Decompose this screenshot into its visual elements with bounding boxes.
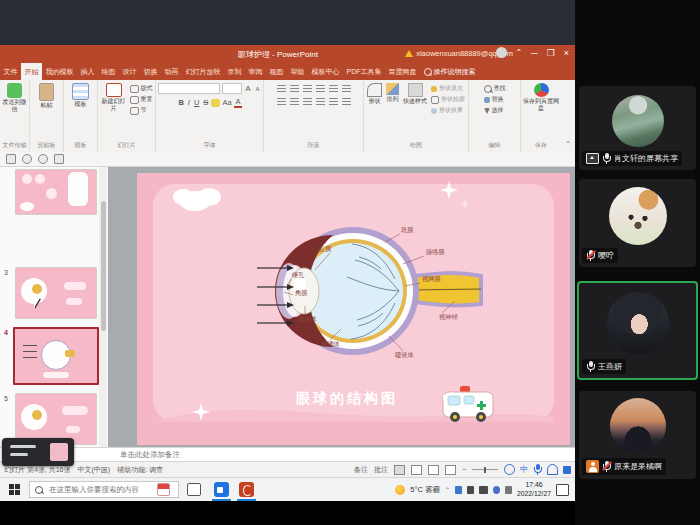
participant-tile-sharer[interactable]: 肖文轩的屏幕共享 [579, 86, 696, 170]
tab-pdf-tools[interactable]: PDF工具集 [343, 63, 385, 80]
bullets-icon[interactable] [277, 85, 286, 93]
reset-button[interactable]: 重置 [130, 95, 153, 104]
grow-font-button[interactable]: A [244, 84, 252, 93]
tab-view[interactable]: 视图 [266, 63, 287, 80]
task-view-button[interactable] [187, 483, 201, 496]
account-avatar[interactable] [496, 47, 507, 58]
text-direction-icon[interactable] [342, 85, 351, 93]
floating-annotation-widget[interactable] [2, 438, 74, 466]
slide-thumbnail-4-selected[interactable] [13, 327, 99, 385]
tray-mic-icon[interactable] [467, 486, 474, 494]
slideshow-view-icon[interactable] [445, 465, 456, 475]
tray-expand-icon[interactable]: ⌃ [445, 486, 450, 493]
line-spacing-icon[interactable] [329, 85, 338, 93]
columns-icon[interactable] [329, 98, 338, 106]
layout-button[interactable]: 版式 [130, 84, 153, 93]
close-button[interactable]: × [564, 48, 569, 58]
case-button[interactable]: Aa [221, 98, 233, 107]
tab-insert[interactable]: 插入 [77, 63, 98, 80]
taskbar-search[interactable] [29, 481, 179, 498]
select-button[interactable]: 选择 [484, 106, 504, 115]
section-button[interactable]: 节 [130, 106, 153, 115]
participant-tile-4[interactable]: 原来是呆橘啊 [579, 391, 696, 479]
indent-decrease-icon[interactable] [303, 85, 312, 93]
tell-me-search[interactable]: 操作说明搜索 [420, 63, 479, 80]
highlight-color-icon[interactable] [211, 99, 220, 107]
slide-sorter-view-icon[interactable] [411, 465, 422, 475]
search-input[interactable] [47, 484, 153, 495]
tray-bluetooth-icon[interactable] [455, 486, 462, 494]
start-button[interactable] [9, 484, 20, 495]
font-name-box[interactable] [158, 83, 220, 94]
taskbar-clock[interactable]: 17:462022/12/27 [517, 481, 551, 498]
meeting-grid-icon[interactable] [563, 466, 571, 474]
notes-toggle[interactable]: 备注 [354, 465, 368, 475]
tab-template-center[interactable]: 模板中心 [308, 63, 343, 80]
align-left-icon[interactable] [277, 98, 286, 106]
font-size-box[interactable] [222, 83, 242, 94]
undo-icon[interactable] [22, 154, 32, 164]
slide-thumbnail-3[interactable] [15, 267, 97, 319]
slide-canvas[interactable]: 虹膜 瞳孔 角膜 晶状体 玻璃体 巩膜 脉络膜 视网膜 [137, 173, 570, 445]
tab-slideshow[interactable]: 幻灯片放映 [182, 63, 224, 80]
tray-network-icon[interactable] [505, 486, 512, 494]
tab-home[interactable]: 开始 [21, 63, 42, 80]
shape-effects-button[interactable]: 形状效果 [431, 106, 465, 115]
underline-button[interactable]: U [192, 98, 200, 107]
numbering-icon[interactable] [290, 85, 299, 93]
notes-pane[interactable]: 单击此处添加备注 [0, 447, 575, 461]
meeting-app-taskbar-icon[interactable] [214, 482, 229, 497]
replace-button[interactable]: 替换 [484, 95, 504, 104]
slide-thumbnail-2[interactable] [15, 169, 97, 215]
powerpoint-taskbar-icon[interactable] [239, 482, 254, 497]
weather-text[interactable]: 5°C 雾霾 [410, 485, 440, 495]
tab-help[interactable]: 帮助 [287, 63, 308, 80]
action-center-icon[interactable] [556, 484, 569, 496]
normal-view-icon[interactable] [394, 465, 405, 475]
shrink-font-button[interactable]: A [254, 86, 261, 92]
zoom-slider[interactable] [472, 469, 498, 470]
find-button[interactable]: 查找 [484, 84, 506, 93]
italic-button[interactable]: I [186, 98, 191, 107]
strikethrough-button[interactable]: S [202, 98, 210, 107]
participant-tile-3-speaking[interactable]: 王燕妍 [577, 281, 698, 380]
new-slide-button[interactable]: 新建幻灯片 [101, 83, 127, 115]
redo-icon[interactable] [38, 154, 48, 164]
language-indicator[interactable]: 中文(中国) [78, 465, 111, 475]
shape-fill-button[interactable]: 形状填充 [431, 84, 465, 93]
tab-file[interactable]: 文件 [0, 63, 21, 80]
tab-review[interactable]: 审阅 [245, 63, 266, 80]
tab-design[interactable]: 设计 [119, 63, 140, 80]
meeting-timer-icon[interactable] [504, 464, 515, 475]
tab-baidu-pan[interactable]: 百度网盘 [385, 63, 420, 80]
maximize-button[interactable]: ❐ [547, 48, 555, 58]
shapes-button[interactable]: 形状 [367, 83, 382, 105]
accessibility-status[interactable]: 辅助功能: 调查 [117, 465, 163, 475]
meeting-member-icon[interactable] [547, 464, 558, 475]
zoom-out-button[interactable]: − [462, 466, 466, 473]
save-to-baidu-pan-button[interactable]: 保存到百度网盘 [522, 83, 560, 112]
tab-transitions[interactable]: 切换 [140, 63, 161, 80]
tab-draw[interactable]: 绘图 [98, 63, 119, 80]
indent-increase-icon[interactable] [316, 85, 325, 93]
collapse-ribbon-button[interactable]: ⌃ [561, 80, 575, 152]
justify-icon[interactable] [316, 98, 325, 106]
arrange-button[interactable]: 排列 [386, 83, 399, 103]
font-color-button[interactable]: A [234, 97, 242, 108]
weather-icon[interactable] [395, 485, 405, 495]
align-right-icon[interactable] [303, 98, 312, 106]
tab-animations[interactable]: 动画 [161, 63, 182, 80]
align-center-icon[interactable] [290, 98, 299, 106]
tray-volume-icon[interactable] [479, 486, 488, 494]
shape-outline-button[interactable]: 形状轮廓 [431, 95, 465, 104]
comments-toggle[interactable]: 批注 [374, 465, 388, 475]
paste-button[interactable]: 粘贴 [39, 83, 54, 109]
tray-app-icon[interactable] [493, 486, 500, 494]
participant-tile-2[interactable]: 嘤咛 [579, 179, 696, 267]
send-to-wechat-button[interactable]: 发送到微信 [0, 83, 29, 113]
reading-view-icon[interactable] [428, 465, 439, 475]
thumbnail-scrollbar[interactable] [99, 167, 107, 447]
meeting-mic-icon[interactable] [533, 464, 542, 475]
tab-record[interactable]: 录制 [224, 63, 245, 80]
quick-styles-button[interactable]: 快速样式 [403, 83, 427, 105]
